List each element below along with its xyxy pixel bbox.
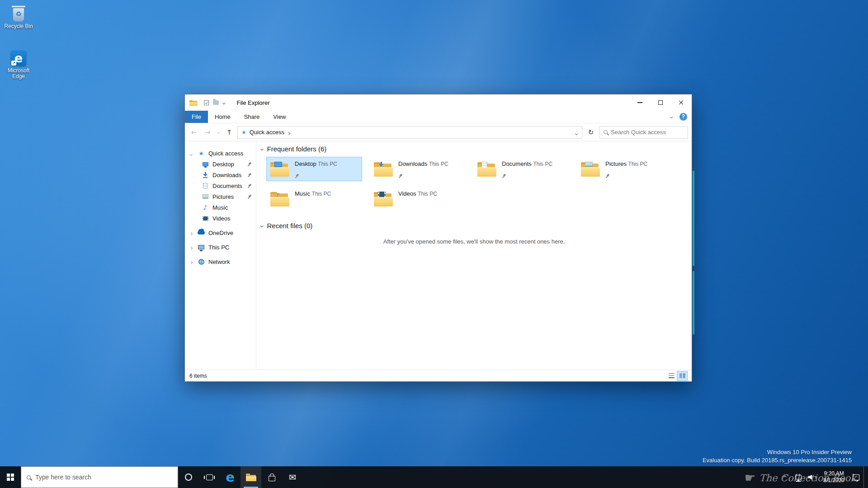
pictures-inlay-icon [585,162,593,167]
cortana-button[interactable] [178,466,199,488]
pin-icon [295,174,299,178]
edge-taskbar-button[interactable] [220,466,241,488]
title-bar[interactable]: File Explorer [185,94,692,111]
clock-date: 8/1/2020 [823,477,844,484]
quick-access-star-icon [198,150,204,157]
sidebar-item-quick-access[interactable]: Quick access [185,148,256,159]
sidebar-item-videos[interactable]: Videos [185,213,256,224]
minimize-button[interactable] [629,94,650,111]
ribbon-tab-bar: File Home Share View [185,111,692,123]
folder-tile-downloads[interactable]: Downloads This PC [370,157,466,181]
videos-inlay-icon [378,192,386,197]
tab-share[interactable]: Share [237,111,267,123]
large-icons-view-button[interactable] [677,371,687,380]
taskbar: 9:20 AM 8/1/2020 [0,466,868,488]
breadcrumb[interactable]: Quick access [250,129,284,136]
store-taskbar-button[interactable] [261,466,282,488]
refresh-button[interactable] [585,127,597,138]
mail-taskbar-button[interactable] [282,466,303,488]
sidebar-item-label: Pictures [212,193,234,200]
network-icon [198,259,204,265]
folder-icon [374,191,393,206]
expander-chevron-icon[interactable] [190,230,192,236]
close-button[interactable] [671,94,692,111]
explorer-search-box[interactable] [599,126,688,139]
folder-icon [374,161,393,177]
sidebar-item-label: Downloads [212,172,241,178]
folder-tile-desktop[interactable]: Desktop This PC [266,157,362,181]
explorer-search-input[interactable] [611,129,684,136]
mail-icon [289,472,296,482]
folder-name: Downloads [398,160,427,167]
taskbar-search-box[interactable] [21,466,178,488]
taskbar-search-input[interactable] [35,474,172,481]
desktop-icon-recycle-bin[interactable]: Recycle Bin [1,5,36,29]
speaker-icon [808,474,816,480]
windows-build-watermark: Windows 10 Pro Insider Preview Evaluatio… [703,448,852,465]
back-button[interactable] [189,127,199,138]
edge-icon [11,51,26,66]
tab-view[interactable]: View [266,111,292,123]
tab-file[interactable]: File [185,111,208,123]
collapse-group-chevron-icon[interactable] [260,224,263,227]
details-view-button[interactable] [666,371,676,380]
tab-home[interactable]: Home [208,111,237,123]
expand-ribbon-chevron-icon[interactable] [670,115,673,118]
pin-icon [398,174,403,178]
chevron-up-icon [783,476,786,479]
action-center-icon [853,474,859,480]
maximize-button[interactable] [650,94,671,111]
pictures-icon [203,194,208,199]
edge-icon [226,471,235,484]
search-icon [604,130,608,134]
desktop-icon [203,162,208,166]
sidebar-item-pictures[interactable]: Pictures [185,191,256,202]
sidebar-item-desktop[interactable]: Desktop [185,159,256,169]
frequent-folders-header[interactable]: Frequent folders (6) [261,145,326,153]
folder-tile-documents[interactable]: Documents This PC [473,157,569,181]
decorative-cyan-line [693,171,694,266]
cortana-icon [185,474,192,481]
expander-chevron-icon[interactable] [190,244,192,251]
breadcrumb-chevron-icon[interactable] [288,129,290,136]
forward-button[interactable] [202,127,213,138]
show-desktop-button[interactable] [863,466,866,488]
folder-name: Videos [398,190,416,197]
sidebar-item-documents[interactable]: Documents [185,180,256,191]
expander-chevron-icon[interactable] [190,150,192,157]
sidebar-item-onedrive[interactable]: OneDrive [185,227,256,238]
recent-files-header[interactable]: Recent files (0) [261,222,312,230]
start-button[interactable] [0,466,21,488]
sidebar-item-music[interactable]: Music [185,202,256,213]
build-watermark-line1: Windows 10 Pro Insider Preview [703,448,852,456]
customize-toolbar-chevron-icon[interactable] [222,101,225,104]
recent-locations-button[interactable] [216,131,221,133]
file-explorer-taskbar-button[interactable] [241,466,261,488]
address-bar[interactable]: Quick access [237,126,582,139]
network-tray-button[interactable] [793,466,804,488]
folder-name: Pictures [605,160,627,167]
volume-tray-button[interactable] [806,466,818,488]
quick-access-toolbar-icon[interactable] [204,100,209,105]
address-dropdown-chevron-icon[interactable] [576,129,579,136]
folder-tile-pictures[interactable]: Pictures This PC [577,157,673,181]
folder-tile-videos[interactable]: Videos This PC [370,187,466,211]
sidebar-item-this-pc[interactable]: This PC [185,242,256,253]
decorative-cyan-line [693,271,694,334]
action-center-button[interactable] [850,466,862,488]
expander-chevron-icon[interactable] [190,258,192,265]
collapse-group-chevron-icon[interactable] [260,147,263,150]
clock-time: 9:20 AM [823,470,844,477]
task-view-button[interactable] [199,466,220,488]
up-button[interactable] [224,127,235,138]
desktop-icon-microsoft-edge[interactable]: Microsoft Edge [1,51,36,80]
new-folder-icon[interactable] [213,100,219,105]
folder-tile-music[interactable]: Music This PC [266,187,362,211]
sidebar-item-label: This PC [208,244,229,251]
help-icon[interactable] [679,113,687,121]
tray-overflow-button[interactable] [779,466,791,488]
sidebar-item-network[interactable]: Network [185,256,256,267]
sidebar-item-label: Music [212,204,228,211]
taskbar-clock[interactable]: 9:20 AM 8/1/2020 [820,470,848,484]
sidebar-item-downloads[interactable]: Downloads [185,169,256,180]
